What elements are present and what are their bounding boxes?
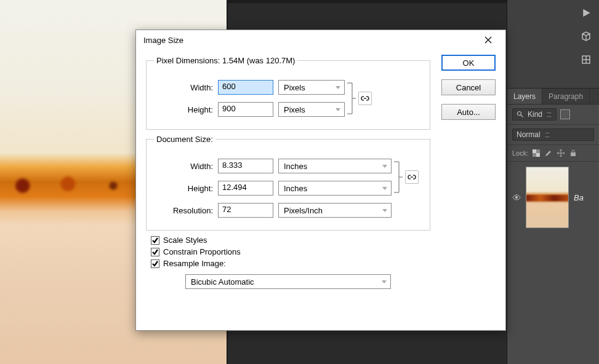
dialog-titlebar[interactable]: Image Size (136, 30, 505, 51)
resolution-input[interactable]: 72 (218, 203, 273, 218)
svg-point-7 (515, 196, 518, 199)
scale-styles-label: Scale Styles (163, 235, 207, 245)
document-size-group: Document Size: Width: 8.333 Inches H (146, 135, 430, 231)
dialog-title: Image Size (143, 36, 183, 45)
lock-row: Lock: (507, 145, 599, 162)
layer-kind-label: Kind (528, 110, 542, 119)
svg-rect-5 (536, 153, 540, 157)
px-width-input[interactable]: 600 (218, 80, 273, 95)
svg-point-2 (518, 112, 521, 116)
blend-mode-row: Normal (507, 125, 599, 145)
tab-paragraph[interactable]: Paragraph (542, 89, 590, 104)
doc-width-label: Width: (154, 162, 213, 171)
lock-all-icon[interactable] (569, 149, 577, 157)
px-width-label: Width: (154, 83, 213, 92)
resample-method-label: Bicubic Automatic (191, 277, 254, 287)
pixel-filter-icon[interactable] (560, 109, 570, 119)
tab-layers[interactable]: Layers (507, 89, 542, 104)
px-link-bracket (345, 76, 358, 121)
image-size-dialog: Image Size Pixel Dimensions: 1.54M (was … (135, 30, 506, 331)
close-button[interactable] (477, 33, 499, 47)
constrain-proportions-label: Constrain Proportions (163, 247, 241, 256)
auto-button[interactable]: Auto... (441, 104, 496, 120)
document-size-legend: Document Size: (154, 135, 215, 144)
lock-move-icon[interactable] (557, 149, 565, 157)
constrain-link-icon[interactable] (358, 92, 372, 105)
doc-height-unit-select[interactable]: Inches (278, 181, 392, 196)
doc-height-unit-label: Inches (284, 184, 307, 193)
chevron-down-icon (336, 108, 340, 111)
doc-width-unit-select[interactable]: Inches (278, 159, 392, 173)
resample-image-label: Resample Image: (163, 259, 226, 268)
lock-label: Lock: (512, 149, 528, 157)
pixel-dimensions-group: Pixel Dimensions: 1.54M (was 120.7M) Wid… (146, 56, 430, 130)
lock-brush-icon[interactable] (544, 149, 553, 157)
constrain-link-icon[interactable] (405, 170, 419, 184)
panel-tabs: Layers Paragraph (507, 89, 599, 105)
doc-height-label: Height: (154, 184, 213, 193)
lock-transparent-icon[interactable] (532, 149, 541, 157)
grid-icon[interactable] (579, 53, 593, 66)
px-height-input[interactable]: 900 (218, 102, 273, 117)
cancel-button[interactable]: Cancel (441, 79, 496, 95)
doc-width-unit-label: Inches (284, 162, 307, 171)
svg-rect-4 (533, 149, 536, 153)
layer-kind-filter[interactable]: Kind (512, 108, 557, 121)
px-height-unit-label: Pixels (284, 105, 305, 114)
chevron-down-icon (382, 165, 387, 168)
constrain-proportions-checkbox[interactable] (151, 248, 159, 256)
pixel-dimensions-legend: Pixel Dimensions: 1.54M (was 120.7M) (154, 56, 297, 65)
doc-height-input[interactable]: 12.494 (218, 181, 273, 196)
resample-image-checkbox[interactable] (151, 259, 159, 268)
resample-method-select[interactable]: Bicubic Automatic (185, 274, 391, 289)
resolution-label: Resolution: (154, 206, 213, 215)
layer-filter-row: Kind (507, 105, 599, 125)
stepper-icon (544, 132, 550, 138)
cube-icon[interactable] (579, 30, 593, 43)
svg-rect-6 (571, 152, 576, 156)
chevron-down-icon (382, 187, 387, 190)
resolution-unit-select[interactable]: Pixels/Inch (278, 203, 392, 218)
visibility-eye-icon[interactable] (512, 193, 521, 202)
resolution-unit-label: Pixels/Inch (284, 206, 323, 215)
px-height-unit-select[interactable]: Pixels (278, 102, 345, 117)
blend-mode-label: Normal (517, 130, 541, 139)
svg-marker-0 (584, 10, 589, 16)
right-panel: Layers Paragraph Kind Normal Lock: Ba (507, 0, 599, 364)
ok-button[interactable]: OK (441, 55, 496, 71)
layer-thumbnail[interactable] (526, 167, 569, 228)
doc-width-input[interactable]: 8.333 (218, 159, 273, 173)
chevron-down-icon (336, 86, 340, 89)
chevron-down-icon (382, 209, 387, 212)
px-width-unit-label: Pixels (284, 83, 305, 92)
doc-link-bracket (392, 155, 405, 199)
tool-strip (507, 0, 599, 89)
play-icon[interactable] (579, 6, 593, 20)
stepper-icon (546, 111, 552, 118)
scale-styles-checkbox[interactable] (151, 236, 159, 245)
layer-name-label[interactable]: Ba (574, 193, 584, 202)
px-width-unit-select[interactable]: Pixels (278, 80, 345, 95)
px-height-label: Height: (154, 105, 213, 114)
chevron-down-icon (382, 280, 387, 283)
layer-row[interactable]: Ba (507, 162, 599, 233)
blend-mode-select[interactable]: Normal (512, 129, 594, 141)
